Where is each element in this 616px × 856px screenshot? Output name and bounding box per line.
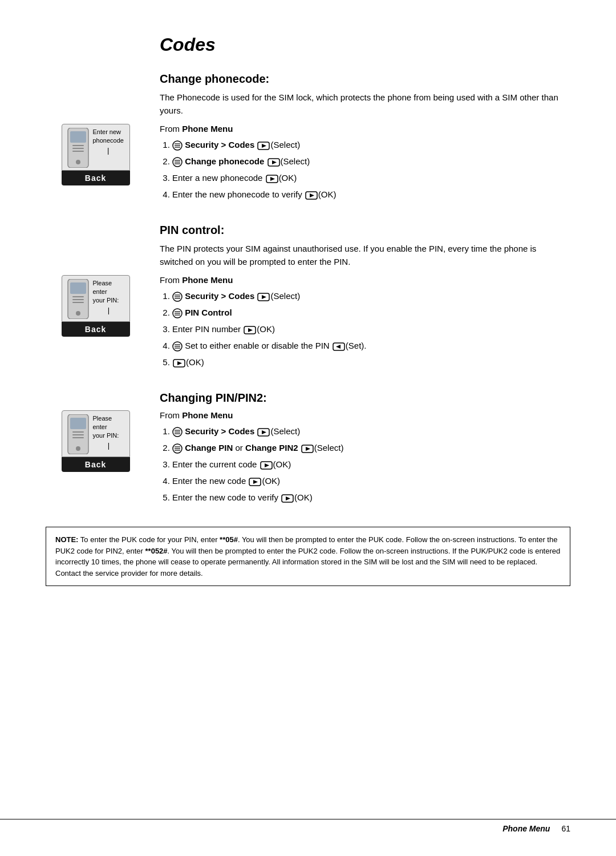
note-text: To enter the PUK code for your PIN, ente… bbox=[55, 535, 560, 578]
svg-marker-39 bbox=[248, 328, 253, 332]
change-phonecode-desc: The Phonecode is used for the SIM lock, … bbox=[160, 91, 570, 117]
select-icon-3 bbox=[266, 175, 278, 183]
step-2-1: Security > Codes (Select) bbox=[172, 288, 570, 304]
phone-screen-2: Please enteryour PIN: | bbox=[62, 275, 130, 322]
step-3-3: Enter the current code (OK) bbox=[172, 457, 570, 472]
svg-marker-71 bbox=[286, 496, 290, 500]
svg-marker-19 bbox=[270, 177, 275, 181]
from-bold-3: Phone Menu bbox=[182, 410, 233, 420]
pin-control-steps: Security > Codes (Select) bbox=[160, 288, 570, 370]
select-icon-10 bbox=[260, 461, 273, 470]
menu-icon-2 bbox=[172, 157, 183, 167]
change-phonecode-steps: Security > Codes (Select) bbox=[160, 137, 570, 202]
menu-icon-3 bbox=[172, 292, 183, 302]
svg-point-53 bbox=[76, 446, 80, 451]
svg-rect-2 bbox=[72, 145, 84, 146]
svg-point-27 bbox=[76, 311, 80, 316]
phone-wrapper-2: Please enteryour PIN: | Back bbox=[59, 275, 133, 337]
svg-marker-17 bbox=[272, 160, 277, 164]
svg-marker-59 bbox=[262, 430, 266, 434]
phone-cursor-3: | bbox=[93, 441, 125, 450]
set-icon-1 bbox=[333, 342, 345, 351]
select-icon-2 bbox=[268, 158, 280, 167]
svg-rect-1 bbox=[70, 131, 86, 143]
svg-marker-69 bbox=[253, 480, 258, 484]
select-icon-1 bbox=[257, 142, 270, 150]
step-1-3: Enter a new phonecode (OK) bbox=[172, 170, 570, 185]
note-label: NOTE: bbox=[55, 535, 78, 544]
svg-rect-26 bbox=[72, 302, 84, 303]
svg-marker-21 bbox=[310, 193, 314, 197]
phone-cursor-2: | bbox=[93, 306, 125, 314]
phone-screen-label-3: Please enteryour PIN: bbox=[93, 414, 125, 440]
step-3-4: Enter the new code (OK) bbox=[172, 473, 570, 488]
phone-icon-3 bbox=[67, 414, 90, 454]
note-box: NOTE: To enter the PUK code for your PIN… bbox=[46, 527, 570, 586]
svg-rect-51 bbox=[72, 434, 84, 435]
menu-icon-5 bbox=[172, 341, 183, 352]
phone-icon-2 bbox=[67, 279, 90, 319]
step-3-2: Change PIN or Change PIN2 (Select) bbox=[172, 440, 570, 455]
svg-rect-25 bbox=[72, 299, 84, 300]
phone-wrapper-3: Please enteryour PIN: | Back bbox=[59, 410, 133, 472]
phone-screen-3: Please enteryour PIN: | bbox=[62, 410, 130, 457]
step-1-4: Enter the new phonecode to verify (OK) bbox=[172, 187, 570, 202]
step-1-1: Security > Codes (Select) bbox=[172, 137, 570, 152]
menu-icon-6 bbox=[172, 427, 183, 437]
svg-marker-67 bbox=[265, 463, 269, 467]
step-1-1-bold: Security > Codes bbox=[185, 140, 254, 150]
phone-image-change-phonecode: Enter newphonecode | Back bbox=[46, 124, 145, 185]
svg-rect-4 bbox=[72, 151, 84, 152]
svg-point-5 bbox=[76, 160, 80, 164]
svg-rect-52 bbox=[72, 437, 84, 438]
changing-pin-instructions: From Phone Menu Security > Codes bbox=[160, 410, 570, 506]
phone-wrapper: Enter newphonecode | Back bbox=[59, 124, 133, 185]
back-button-2: Back bbox=[62, 322, 130, 337]
footer: Phone Menu 61 bbox=[0, 819, 616, 833]
svg-marker-47 bbox=[177, 361, 182, 365]
svg-rect-3 bbox=[72, 148, 84, 149]
step-2-2: PIN Control bbox=[172, 305, 570, 320]
phone-image-pin-control: Please enteryour PIN: | Back bbox=[46, 275, 145, 337]
from-bold-2: Phone Menu bbox=[182, 275, 233, 285]
changing-pin-heading: Changing PIN/PIN2: bbox=[160, 391, 570, 405]
svg-marker-33 bbox=[262, 295, 266, 299]
svg-rect-23 bbox=[70, 282, 86, 294]
change-phonecode-content: Enter newphonecode | Back From Phone Men… bbox=[46, 124, 570, 203]
select-icon-8 bbox=[257, 428, 270, 437]
select-icon-9 bbox=[301, 445, 314, 453]
menu-icon-1 bbox=[172, 140, 183, 151]
from-phone-menu-3: From Phone Menu bbox=[160, 410, 570, 420]
phone-image-changing-pin: Please enteryour PIN: | Back bbox=[46, 410, 145, 472]
changing-pin-steps: Security > Codes (Select) bbox=[160, 423, 570, 505]
puk-code: **05# bbox=[220, 535, 238, 544]
step-1-2-bold: Change phonecode bbox=[185, 156, 264, 166]
svg-rect-50 bbox=[72, 431, 84, 433]
page: Codes Change phonecode: The Phonecode is… bbox=[0, 0, 616, 856]
phone-cursor-1: | bbox=[93, 146, 124, 155]
select-icon-7 bbox=[173, 359, 185, 368]
step-3-2-bold: Change PIN bbox=[185, 443, 233, 453]
svg-marker-45 bbox=[336, 345, 341, 349]
step-2-3: Enter PIN number (OK) bbox=[172, 321, 570, 337]
phone-screen-label-2: Please enteryour PIN: bbox=[93, 279, 125, 305]
changing-pin-content: Please enteryour PIN: | Back From Phone … bbox=[46, 410, 570, 506]
svg-rect-49 bbox=[70, 418, 86, 429]
select-icon-12 bbox=[281, 494, 294, 503]
step-3-5: Enter the new code to verify (OK) bbox=[172, 490, 570, 505]
menu-icon-4 bbox=[172, 308, 183, 318]
step-2-4: Set to either enable or disable the PIN … bbox=[172, 338, 570, 353]
footer-section: Phone Menu bbox=[502, 824, 550, 833]
section-changing-pin: Changing PIN/PIN2: Pleas bbox=[46, 391, 570, 506]
page-title: Codes bbox=[160, 34, 570, 55]
step-3-1-bold: Security > Codes bbox=[185, 426, 254, 436]
step-3-2-bold2: Change PIN2 bbox=[245, 443, 298, 453]
phone-screen-label-1: Enter newphonecode bbox=[93, 128, 124, 145]
change-phonecode-heading: Change phonecode: bbox=[160, 72, 570, 86]
select-icon-4 bbox=[305, 191, 318, 200]
step-2-2-bold: PIN Control bbox=[185, 308, 232, 317]
puk2-code: **052# bbox=[145, 547, 168, 555]
select-icon-6 bbox=[244, 326, 256, 334]
select-icon-5 bbox=[257, 293, 270, 301]
svg-marker-11 bbox=[262, 144, 266, 148]
